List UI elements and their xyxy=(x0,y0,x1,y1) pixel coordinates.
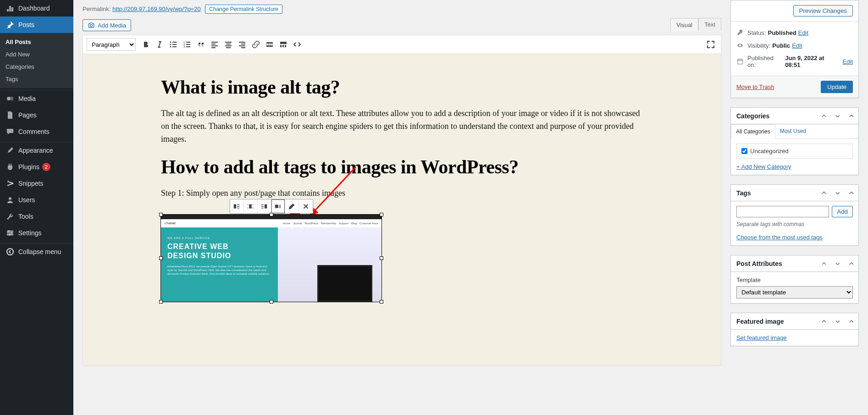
menu-label: Media xyxy=(18,95,36,102)
menu-users[interactable]: Users xyxy=(0,192,73,208)
menu-media[interactable]: Media xyxy=(0,90,73,107)
menu-label: Snippets xyxy=(18,180,43,187)
box-move-up-button[interactable] xyxy=(817,255,831,272)
add-category-link[interactable]: + Add New Category xyxy=(736,163,791,170)
menu-pages[interactable]: Pages xyxy=(0,107,73,123)
box-move-down-button[interactable] xyxy=(831,255,845,272)
img-brand: LTHEME xyxy=(165,222,176,225)
bullet-list-button[interactable] xyxy=(167,38,180,51)
preview-changes-button[interactable]: Preview Changes xyxy=(793,5,853,17)
move-to-trash-link[interactable]: Move to Trash xyxy=(736,83,774,90)
box-move-up-button[interactable] xyxy=(817,185,831,201)
status-edit-link[interactable]: Edit xyxy=(798,29,808,36)
cat-tab-most-used[interactable]: Most Used xyxy=(775,124,811,138)
content-heading-1[interactable]: What is image alt tag? xyxy=(161,76,643,98)
menu-dashboard[interactable]: Dashboard xyxy=(0,0,73,17)
menu-appearance[interactable]: Appearance xyxy=(0,142,73,159)
status-row: Status: Published Edit xyxy=(736,26,853,39)
italic-button[interactable] xyxy=(153,38,166,51)
menu-plugins[interactable]: Plugins 2 xyxy=(0,159,73,175)
tags-hint: Separate tags with commas xyxy=(736,221,853,227)
svg-point-2 xyxy=(7,184,9,186)
box-move-up-button[interactable] xyxy=(817,313,831,330)
category-tabs: All Categories Most Used xyxy=(731,124,858,139)
box-move-down-button[interactable] xyxy=(831,185,845,201)
svg-point-3 xyxy=(9,197,11,200)
bold-button[interactable] xyxy=(139,38,152,51)
menu-label: Dashboard xyxy=(18,5,50,12)
toolbar-toggle-button[interactable] xyxy=(277,38,290,51)
svg-rect-18 xyxy=(285,45,286,47)
editor-canvas[interactable]: What is image alt tag? The alt tag is de… xyxy=(83,54,721,366)
cat-tab-all[interactable]: All Categories xyxy=(731,124,775,139)
img-remove-button[interactable] xyxy=(299,199,313,213)
choose-tags-link[interactable]: Choose from the most used tags xyxy=(736,234,823,241)
template-select[interactable]: Default template xyxy=(736,286,853,299)
tab-visual[interactable]: Visual xyxy=(670,18,698,31)
img-edit-button[interactable] xyxy=(285,199,299,213)
link-button[interactable] xyxy=(249,38,262,51)
submenu-tags[interactable]: Tags xyxy=(0,73,73,85)
menu-label: Tools xyxy=(18,213,33,220)
category-checkbox[interactable] xyxy=(741,148,747,154)
svg-rect-16 xyxy=(280,45,282,47)
change-permalink-button[interactable]: Change Permalink Structure xyxy=(205,5,282,14)
content-heading-2[interactable]: How to add alt tags to images in WordPre… xyxy=(161,156,643,178)
menu-label: Collapse menu xyxy=(18,248,61,255)
submenu-all-posts[interactable]: All Posts xyxy=(0,36,73,48)
submenu-add-new[interactable]: Add New xyxy=(0,48,73,61)
category-item[interactable]: Uncategorized xyxy=(741,148,848,155)
box-toggle-button[interactable] xyxy=(845,255,858,272)
readmore-button[interactable] xyxy=(263,38,276,51)
box-move-down-button[interactable] xyxy=(831,108,845,124)
box-move-up-button[interactable] xyxy=(817,108,831,124)
permalink-row: Permalink: http://209.97.169.90/vy/wp/?p… xyxy=(83,0,721,19)
published-edit-link[interactable]: Edit xyxy=(843,58,853,65)
comments-icon xyxy=(6,127,15,136)
plug-icon xyxy=(6,162,15,172)
svg-point-11 xyxy=(170,46,171,48)
align-right-button[interactable] xyxy=(236,38,249,51)
box-toggle-button[interactable] xyxy=(845,108,858,124)
menu-comments[interactable]: Comments xyxy=(0,123,73,140)
box-toggle-button[interactable] xyxy=(845,313,858,330)
img-align-center-button[interactable] xyxy=(244,199,258,213)
format-select[interactable]: Paragraph xyxy=(87,38,136,51)
update-button[interactable]: Update xyxy=(821,81,853,93)
content-paragraph-2[interactable]: Step 1: Simply open any post/page that c… xyxy=(161,187,643,200)
menu-collapse[interactable]: Collapse menu xyxy=(0,243,73,260)
svg-point-0 xyxy=(7,97,11,100)
box-toggle-button[interactable] xyxy=(845,185,858,201)
set-featured-image-link[interactable]: Set featured image xyxy=(736,334,787,341)
blockquote-button[interactable] xyxy=(194,38,207,51)
menu-snippets[interactable]: Snippets xyxy=(0,175,73,192)
add-media-button[interactable]: Add Media xyxy=(83,19,131,31)
menu-tools[interactable]: Tools xyxy=(0,208,73,225)
tab-text[interactable]: Text xyxy=(698,18,721,31)
align-center-button[interactable] xyxy=(222,38,235,51)
permalink-url[interactable]: http://209.97.169.90/vy/wp/?p=20 xyxy=(112,6,201,12)
svg-point-9 xyxy=(170,42,171,43)
brush-icon xyxy=(6,146,15,155)
menu-settings[interactable]: Settings xyxy=(0,225,73,241)
content-image[interactable]: LTHEME HomeJoomalWordPressMembershipSupp… xyxy=(161,215,381,302)
img-align-right-button[interactable] xyxy=(258,199,271,213)
img-align-none-button[interactable] xyxy=(271,199,285,213)
tags-add-button[interactable]: Add xyxy=(832,206,853,217)
align-left-button[interactable] xyxy=(208,38,221,51)
box-move-down-button[interactable] xyxy=(831,313,845,330)
img-align-left-button[interactable] xyxy=(230,199,244,213)
visibility-edit-link[interactable]: Edit xyxy=(792,42,802,49)
numbered-list-button[interactable]: 123 xyxy=(181,38,194,51)
content-paragraph-1[interactable]: The alt tag is defined as an alt descrip… xyxy=(161,107,643,146)
menu-label: Settings xyxy=(18,229,42,237)
menu-label: Appearance xyxy=(18,147,53,154)
selected-image-wrap[interactable]: LTHEME HomeJoomalWordPressMembershipSupp… xyxy=(161,215,381,302)
fullscreen-button[interactable] xyxy=(704,38,717,51)
tags-input[interactable] xyxy=(736,206,829,217)
menu-posts[interactable]: Posts xyxy=(0,17,73,33)
camera-icon xyxy=(88,22,95,29)
submenu-categories[interactable]: Categories xyxy=(0,61,73,73)
editález-toolbar: Paragraph 123 xyxy=(83,35,721,54)
code-block-button[interactable] xyxy=(291,38,304,51)
